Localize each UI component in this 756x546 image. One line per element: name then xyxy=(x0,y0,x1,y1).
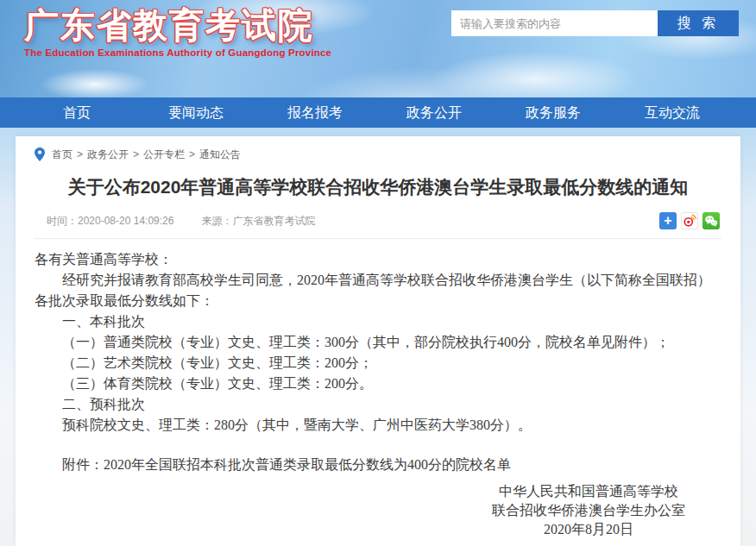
breadcrumb-item-notices[interactable]: 通知公告 xyxy=(199,147,241,162)
site-subtitle: The Education Examinations Authority of … xyxy=(24,47,331,58)
nav-item-home[interactable]: 首页 xyxy=(17,97,136,128)
plus-icon: + xyxy=(664,212,671,229)
search-box: 搜 索 xyxy=(451,10,739,36)
signature-date: 2020年8月20日 xyxy=(492,520,685,539)
meta-time: 时间：2020-08-20 14:09:26 xyxy=(47,214,173,229)
signature-line-1: 中华人民共和国普通高等学校 xyxy=(492,482,685,501)
nav-item-registration[interactable]: 报名报考 xyxy=(255,97,375,128)
weibo-share-button[interactable] xyxy=(681,212,698,229)
article-meta: 时间：2020-08-20 14:09:26 来源：广东省教育考试院 + xyxy=(35,212,721,239)
wechat-icon xyxy=(703,213,719,229)
meta-time-label: 时间： xyxy=(47,215,78,227)
meta-source-label: 来源： xyxy=(201,215,232,227)
meta-time-value: 2020-08-20 14:09:26 xyxy=(78,215,173,227)
breadcrumb-separator: > xyxy=(133,148,139,160)
wechat-share-button[interactable] xyxy=(702,212,720,229)
weibo-icon xyxy=(682,213,697,229)
breadcrumb: 首页 > 政务公开 > 公开专栏 > 通知公告 xyxy=(35,136,721,162)
page-title: 关于公布2020年普通高等学校联合招收华侨港澳台学生录取最低分数线的通知 xyxy=(35,174,721,200)
share-more-button[interactable]: + xyxy=(659,212,677,229)
signature-block: 中华人民共和国普通高等学校 联合招收华侨港澳台学生办公室 2020年8月20日 xyxy=(35,482,721,539)
breadcrumb-item-gov-disclosure[interactable]: 政务公开 xyxy=(87,147,129,162)
site-logo[interactable]: 广东省教育考试院 The Education Examinations Auth… xyxy=(24,5,331,58)
nav-item-news[interactable]: 要闻动态 xyxy=(136,97,255,128)
breadcrumb-separator: > xyxy=(189,148,195,160)
site-title: 广东省教育考试院 xyxy=(24,5,331,45)
paragraph: （二）艺术类院校（专业）文史、理工类：200分； xyxy=(35,353,721,373)
breadcrumb-separator: > xyxy=(77,148,83,160)
nav-item-interaction[interactable]: 互动交流 xyxy=(613,97,732,128)
signature-line-2: 联合招收华侨港澳台学生办公室 xyxy=(492,501,685,520)
content-panel: 首页 > 政务公开 > 公开专栏 > 通知公告 关于公布2020年普通高等学校联… xyxy=(16,136,740,546)
search-button[interactable]: 搜 索 xyxy=(658,10,739,36)
paragraph: （一）普通类院校（专业）文史、理工类：300分（其中，部分院校执行400分，院校… xyxy=(35,332,721,353)
nav-item-gov-disclosure[interactable]: 政务公开 xyxy=(375,97,494,128)
article-body: 各有关普通高等学校： 经研究并报请教育部高校学生司同意，2020年普通高等学校联… xyxy=(35,239,721,475)
signature-inner: 中华人民共和国普通高等学校 联合招收华侨港澳台学生办公室 2020年8月20日 xyxy=(492,482,685,539)
meta-source-value: 广东省教育考试院 xyxy=(232,215,315,227)
paragraph: 经研究并报请教育部高校学生司同意，2020年普通高等学校联合招收华侨港澳台学生（… xyxy=(35,270,721,311)
nav-item-gov-services[interactable]: 政务服务 xyxy=(494,97,613,128)
main-nav: 首页 要闻动态 报名报考 政务公开 政务服务 互动交流 xyxy=(0,97,756,128)
paragraph: （三）体育类院校（专业）文史、理工类：200分。 xyxy=(35,373,721,394)
breadcrumb-item-columns[interactable]: 公开专栏 xyxy=(143,147,185,162)
location-pin-icon xyxy=(35,147,45,161)
meta-source: 来源：广东省教育考试院 xyxy=(201,214,315,229)
paragraph: 预科院校文史、理工类：280分（其中，暨南大学、广州中医药大学380分）。 xyxy=(35,415,721,436)
breadcrumb-item-home[interactable]: 首页 xyxy=(52,147,72,162)
paragraph: 一、本科批次 xyxy=(35,311,721,332)
share-bar: + xyxy=(659,212,720,229)
attachment-line: 附件：2020年全国联招本科批次普通类录取最低分数线为400分的院校名单 xyxy=(35,455,721,475)
site-header: 广东省教育考试院 The Education Examinations Auth… xyxy=(0,0,756,97)
search-input[interactable] xyxy=(451,10,658,36)
paragraph: 各有关普通高等学校： xyxy=(35,249,721,270)
paragraph: 二、预科批次 xyxy=(35,394,721,415)
